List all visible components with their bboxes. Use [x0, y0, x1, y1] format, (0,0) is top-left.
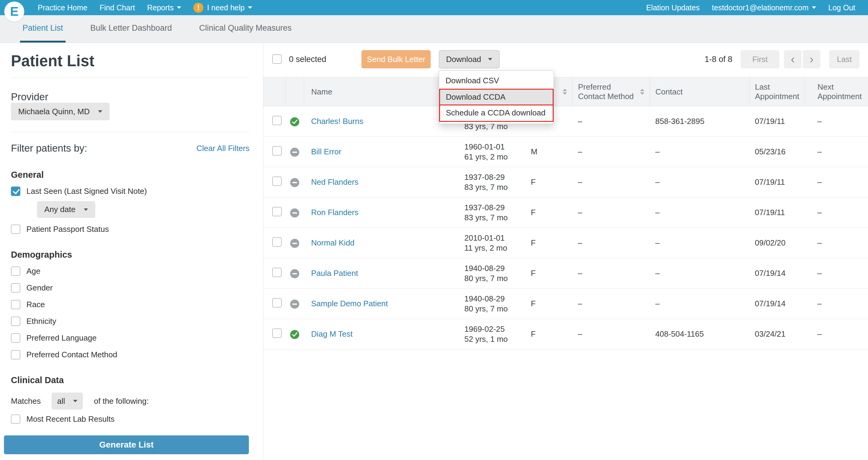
table-row: Bill Error 1960-01-0161 yrs, 2 mo M – – … — [264, 137, 868, 167]
chevron-down-icon — [98, 110, 102, 113]
chevron-down-icon — [488, 58, 492, 60]
row-checkbox[interactable] — [272, 237, 282, 247]
patient-passport-checkbox[interactable] — [11, 225, 20, 234]
tab-bulk-letter-dashboard[interactable]: Bulk Letter Dashboard — [88, 15, 175, 42]
table-row: Charles! Burns 1937-08-2983 yrs, 7 mo F … — [264, 106, 868, 137]
demographics-section-heading: Demographics — [11, 250, 249, 260]
next-appointment-value: – — [805, 258, 868, 289]
nav-help[interactable]: I need help — [193, 3, 252, 13]
last-seen-checkbox[interactable] — [11, 186, 20, 196]
elation-logo-glyph: E — [10, 4, 19, 19]
patient-name-link[interactable]: Bill Error — [311, 147, 341, 156]
main-panel: 0 selected Send Bulk Letter Download 1-8… — [264, 43, 868, 460]
pagination-range-label: 1-8 of 8 — [705, 55, 732, 64]
next-appointment-value: – — [805, 319, 868, 349]
menu-item-download-csv[interactable]: Download CSV — [439, 73, 554, 89]
last-appointment-value: 05/23/16 — [749, 137, 805, 167]
last-seen-label: Last Seen (Last Signed Visit Note) — [26, 186, 147, 196]
pcm-value: – — [572, 198, 650, 228]
row-checkbox[interactable] — [272, 176, 282, 186]
header-name[interactable]: Name — [304, 78, 459, 106]
patient-table: Name DOB/Age Sex Preferred Contact Metho… — [264, 77, 868, 349]
filter-row-ethnicity: Ethnicity — [11, 317, 249, 326]
nav-reports-label: Reports — [147, 3, 174, 12]
clear-all-filters-link[interactable]: Clear All Filters — [196, 144, 249, 153]
table-row: Ned Flanders 1937-08-2983 yrs, 7 mo F – … — [264, 167, 868, 198]
any-date-dropdown[interactable]: Any date — [37, 201, 95, 218]
provider-dropdown[interactable]: Michaela Quinn, MD — [11, 103, 110, 120]
nav-account-menu[interactable]: testdoctor1@elationemr.com — [712, 3, 816, 12]
patient-name-link[interactable]: Ron Flanders — [311, 208, 359, 217]
gender-checkbox[interactable] — [11, 283, 20, 293]
generate-list-button[interactable]: Generate List — [4, 435, 249, 454]
tab-patient-list[interactable]: Patient List — [20, 15, 66, 42]
pcm-value: – — [572, 228, 650, 258]
provider-dropdown-value: Michaela Quinn, MD — [18, 107, 90, 116]
patient-name-link[interactable]: Charles! Burns — [311, 117, 363, 126]
pcm-value: – — [572, 167, 650, 198]
download-dropdown-button[interactable]: Download — [439, 50, 500, 68]
elation-logo-icon[interactable]: E — [4, 2, 24, 22]
ethnicity-checkbox[interactable] — [11, 317, 20, 326]
dob-value: 1969-02-25 — [464, 324, 525, 334]
sex-value: F — [525, 198, 572, 228]
nav-find-chart[interactable]: Find Chart — [99, 3, 135, 12]
next-page-button[interactable]: › — [803, 50, 820, 68]
first-page-button[interactable]: First — [741, 50, 779, 68]
header-contact[interactable]: Contact — [650, 78, 749, 106]
prev-page-button[interactable]: ‹ — [784, 50, 802, 68]
chevron-down-icon — [248, 6, 252, 9]
patient-name-link[interactable]: Paula Patient — [311, 268, 358, 278]
age-label: Age — [26, 266, 40, 276]
matches-dropdown[interactable]: all — [52, 393, 83, 409]
tab-clinical-quality-measures[interactable]: Clinical Quality Measures — [197, 15, 294, 42]
last-appointment-value: 09/02/20 — [749, 228, 805, 258]
nav-elation-updates[interactable]: Elation Updates — [646, 3, 700, 12]
sort-icon — [640, 89, 644, 95]
top-nav: E Practice Home Find Chart Reports I nee… — [0, 0, 868, 15]
chevron-down-icon — [84, 208, 88, 211]
page-title: Patient List — [11, 53, 249, 69]
header-next-appointment[interactable]: Next Appointment — [805, 78, 868, 106]
most-recent-lab-results-checkbox[interactable] — [11, 414, 20, 424]
row-checkbox[interactable] — [272, 146, 282, 155]
row-checkbox[interactable] — [272, 268, 282, 277]
race-checkbox[interactable] — [11, 300, 20, 309]
status-minus-icon — [290, 299, 299, 309]
patient-name-link[interactable]: Sample Demo Patient — [311, 299, 388, 308]
age-value: 83 yrs, 7 mo — [464, 182, 525, 192]
table-row: Sample Demo Patient 1940-08-2980 yrs, 7 … — [264, 289, 868, 319]
table-row: Diag M Test 1969-02-2552 yrs, 1 mo F – 4… — [264, 319, 868, 349]
select-all-checkbox[interactable] — [272, 54, 282, 64]
preferred-contact-method-checkbox[interactable] — [11, 350, 20, 360]
send-bulk-letter-button[interactable]: Send Bulk Letter — [362, 50, 431, 68]
general-section-heading: General — [11, 170, 249, 180]
matches-suffix-label: of the following: — [94, 397, 149, 406]
age-value: 83 yrs, 7 mo — [464, 213, 525, 223]
last-page-button[interactable]: Last — [829, 50, 860, 68]
patient-name-link[interactable]: Ned Flanders — [311, 177, 359, 186]
age-checkbox[interactable] — [11, 266, 20, 276]
menu-item-schedule-ccda-download[interactable]: Schedule a CCDA download — [439, 106, 554, 122]
row-checkbox[interactable] — [272, 207, 282, 216]
row-checkbox[interactable] — [272, 328, 282, 338]
dob-value: 1937-08-29 — [464, 203, 525, 213]
row-checkbox[interactable] — [272, 116, 282, 125]
header-preferred-contact-method[interactable]: Preferred Contact Method — [572, 78, 650, 106]
menu-item-download-ccda[interactable]: Download CCDA — [439, 89, 554, 106]
table-row: Ron Flanders 1937-08-2983 yrs, 7 mo F – … — [264, 198, 868, 228]
sidebar: Patient List Provider Michaela Quinn, MD… — [0, 43, 264, 460]
gender-label: Gender — [26, 283, 53, 293]
age-value: 52 yrs, 1 mo — [464, 334, 525, 344]
header-last-appointment[interactable]: Last Appointment — [749, 78, 805, 106]
preferred-language-label: Preferred Language — [26, 333, 96, 343]
sex-value: F — [525, 228, 572, 258]
table-row: Paula Patient 1940-08-2980 yrs, 7 mo F –… — [264, 258, 868, 289]
nav-practice-home[interactable]: Practice Home — [38, 3, 87, 12]
nav-reports[interactable]: Reports — [147, 3, 182, 12]
patient-name-link[interactable]: Normal Kidd — [311, 238, 354, 247]
patient-name-link[interactable]: Diag M Test — [311, 329, 353, 339]
nav-log-out[interactable]: Log Out — [828, 3, 855, 12]
row-checkbox[interactable] — [272, 298, 282, 308]
preferred-language-checkbox[interactable] — [11, 333, 20, 343]
